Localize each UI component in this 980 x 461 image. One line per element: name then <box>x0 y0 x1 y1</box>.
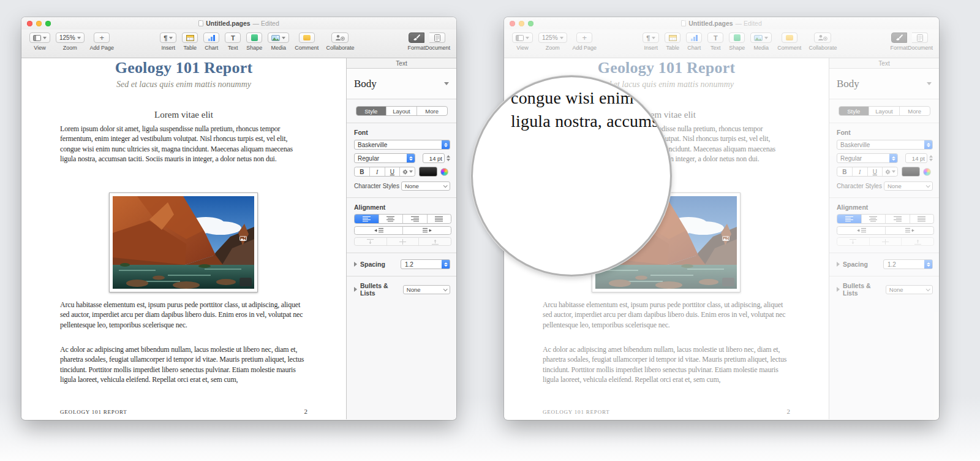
tab-layout[interactable]: Layout <box>386 107 417 115</box>
zoom-button[interactable]: 125% Zoom <box>56 32 85 51</box>
align-center-button[interactable] <box>379 215 403 223</box>
zoom-button[interactable]: 125% Zoom <box>538 32 567 51</box>
stepper-icon[interactable] <box>924 140 932 149</box>
chart-button[interactable]: Chart <box>203 32 219 51</box>
table-button[interactable]: Table <box>665 32 680 51</box>
bullets-select[interactable]: None <box>886 285 933 294</box>
document-button[interactable]: Document <box>908 32 933 51</box>
align-right-button[interactable] <box>885 215 910 223</box>
doc-title[interactable]: Geology 101 Report <box>504 59 829 77</box>
tab-more[interactable]: More <box>899 107 930 115</box>
font-size-field[interactable]: 14 pt <box>423 153 445 163</box>
bullets-select[interactable]: None <box>403 285 450 294</box>
doc-paragraph-2[interactable]: Arcu habitasse elementum est, ipsum puru… <box>543 300 790 330</box>
text-color-well[interactable] <box>419 167 437 177</box>
titlebar[interactable]: Untitled.pages — Edited <box>504 17 939 29</box>
underline-button[interactable]: U <box>867 167 883 176</box>
format-button[interactable]: Format <box>407 32 425 51</box>
advanced-options-button[interactable] <box>882 167 897 176</box>
bold-button[interactable]: B <box>837 167 852 176</box>
text-color-well[interactable] <box>902 167 920 177</box>
tab-style[interactable]: Style <box>839 107 869 115</box>
view-button[interactable]: View <box>512 32 533 51</box>
align-justify-button[interactable] <box>910 215 934 223</box>
font-family-select[interactable]: Baskerville <box>354 140 450 150</box>
titlebar[interactable]: Untitled.pages — Edited <box>21 17 456 29</box>
shape-button[interactable]: Shape <box>246 32 262 51</box>
close-button[interactable] <box>27 21 32 26</box>
disclosure-triangle-icon[interactable] <box>354 262 357 267</box>
spacing-field[interactable]: 1.2 <box>401 259 450 269</box>
document-button[interactable]: Document <box>425 32 450 51</box>
italic-button[interactable]: I <box>369 167 385 176</box>
chart-button[interactable]: Chart <box>686 32 702 51</box>
align-left-button[interactable] <box>355 215 379 223</box>
advanced-options-button[interactable] <box>399 167 415 176</box>
increase-indent-button[interactable] <box>402 227 451 234</box>
text-button[interactable]: T Text <box>225 32 241 51</box>
color-wheel-button[interactable] <box>440 168 448 176</box>
doc-paragraph-3[interactable]: Ac dolor ac adipiscing amet bibendum nul… <box>543 345 790 385</box>
italic-button[interactable]: I <box>852 167 867 176</box>
replace-media-button[interactable] <box>239 278 252 286</box>
add-page-button[interactable]: + Add Page <box>90 32 115 51</box>
align-left-button[interactable] <box>837 215 861 223</box>
minimize-button[interactable] <box>519 21 524 26</box>
stepper-icon[interactable] <box>407 154 415 162</box>
font-weight-select[interactable]: Regular <box>354 153 415 163</box>
align-justify-button[interactable] <box>427 215 451 223</box>
underline-button[interactable]: U <box>385 167 400 176</box>
font-size-stepper[interactable] <box>447 155 450 161</box>
tab-layout[interactable]: Layout <box>869 107 899 115</box>
character-styles-select[interactable]: None <box>884 181 933 191</box>
doc-paragraph-1[interactable]: Lorem ipsum dolor sit amet, ligula suspe… <box>60 124 307 164</box>
replace-media-button[interactable] <box>722 278 734 286</box>
fullscreen-button[interactable] <box>45 21 51 26</box>
font-family-select[interactable]: Baskerville <box>837 140 933 150</box>
align-middle-button[interactable] <box>869 238 902 245</box>
align-bottom-button[interactable] <box>901 238 933 245</box>
font-size-stepper[interactable] <box>929 155 933 161</box>
stepper-icon[interactable] <box>442 260 450 269</box>
spacing-field[interactable]: 1.2 <box>883 259 933 269</box>
increase-indent-button[interactable] <box>885 227 933 234</box>
stepper-icon[interactable] <box>889 154 897 162</box>
font-size-field[interactable]: 14 pt <box>905 153 927 163</box>
doc-title[interactable]: Geology 101 Report <box>21 59 346 77</box>
media-button[interactable]: Media <box>268 32 289 51</box>
font-weight-select[interactable]: Regular <box>837 153 898 163</box>
format-button[interactable]: Format <box>890 32 908 51</box>
view-button[interactable]: View <box>29 32 50 51</box>
align-bottom-button[interactable] <box>418 238 451 245</box>
comment-button[interactable]: Comment <box>777 32 801 51</box>
color-wheel-button[interactable] <box>923 168 931 176</box>
disclosure-triangle-icon[interactable] <box>837 287 840 292</box>
insert-button[interactable]: ¶ Insert <box>160 32 176 51</box>
tab-more[interactable]: More <box>417 107 447 115</box>
doc-subtitle[interactable]: Sed et lacus quis enim mattis nonummy <box>21 80 346 90</box>
align-middle-button[interactable] <box>386 238 419 245</box>
doc-paragraph-3[interactable]: Ac dolor ac adipiscing amet bibendum nul… <box>60 345 307 385</box>
decrease-indent-button[interactable] <box>355 227 402 234</box>
align-top-button[interactable] <box>355 238 386 245</box>
stepper-icon[interactable] <box>924 260 932 269</box>
disclosure-triangle-icon[interactable] <box>837 262 840 267</box>
decrease-indent-button[interactable] <box>837 227 885 234</box>
document-page[interactable]: Geology 101 Report Sed et lacus quis eni… <box>21 58 346 419</box>
fullscreen-button[interactable] <box>528 21 533 26</box>
shape-button[interactable]: Shape <box>729 32 745 51</box>
collaborate-button[interactable]: Collaborate <box>326 32 354 51</box>
text-button[interactable]: T Text <box>707 32 723 51</box>
bold-button[interactable]: B <box>355 167 369 176</box>
close-button[interactable] <box>510 21 515 26</box>
doc-heading[interactable]: Lorem vitae elit <box>21 110 346 120</box>
minimize-button[interactable] <box>36 21 42 26</box>
insert-button[interactable]: ¶ Insert <box>643 32 659 51</box>
media-button[interactable]: Media <box>750 32 772 51</box>
doc-paragraph-2[interactable]: Arcu habitasse elementum est, ipsum puru… <box>60 300 307 330</box>
paragraph-style-dropdown[interactable]: Body <box>347 69 456 99</box>
align-top-button[interactable] <box>837 238 869 245</box>
collaborate-button[interactable]: Collaborate <box>809 32 837 51</box>
disclosure-triangle-icon[interactable] <box>354 287 357 292</box>
paragraph-style-dropdown[interactable]: Body <box>829 69 939 99</box>
